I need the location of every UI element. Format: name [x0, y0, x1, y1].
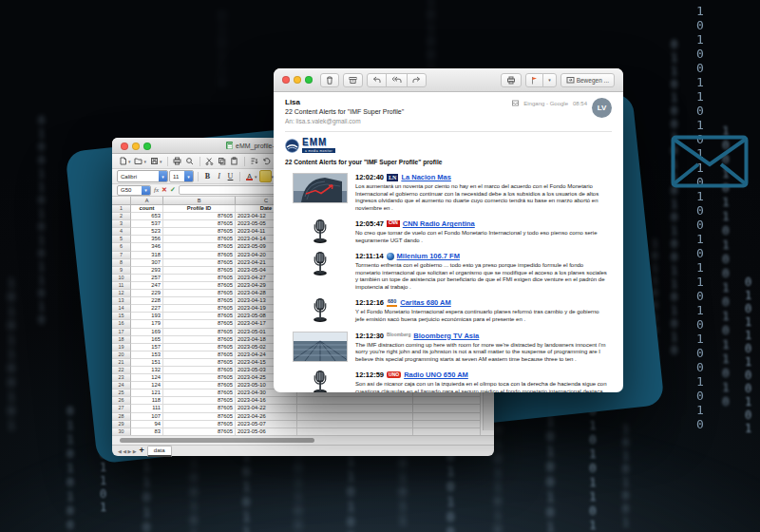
row-header[interactable]: 11	[112, 282, 131, 290]
cell[interactable]: 227	[131, 305, 163, 313]
cell[interactable]: 87605	[163, 252, 236, 259]
cell[interactable]: 87605	[163, 290, 236, 297]
column-header-b[interactable]: B	[163, 197, 236, 205]
cell[interactable]: 87605	[163, 282, 236, 290]
cell[interactable]	[297, 405, 413, 412]
source-link[interactable]: Radio UNO 650 AM	[404, 370, 468, 379]
new-dropdown-icon[interactable]: ▾	[128, 159, 131, 164]
cell[interactable]	[297, 428, 413, 435]
cell[interactable]: 87605	[163, 421, 236, 428]
cell[interactable]: 653	[131, 213, 163, 220]
row-header[interactable]: 25	[112, 390, 131, 397]
row-header[interactable]: 22	[112, 367, 131, 374]
close-button[interactable]	[282, 76, 290, 84]
cell[interactable]: 87605	[163, 243, 236, 251]
cell[interactable]: 87605	[163, 236, 236, 243]
row-header[interactable]: 24	[112, 382, 131, 390]
save-icon[interactable]	[148, 156, 160, 167]
sort-icon[interactable]	[249, 156, 260, 167]
cell[interactable]: 179	[131, 320, 163, 328]
row-header[interactable]: 27	[112, 405, 131, 412]
row-header[interactable]: 21	[112, 359, 131, 367]
horizontal-scrollbar[interactable]	[112, 435, 494, 445]
cell[interactable]	[413, 421, 481, 428]
cell[interactable]: 87605	[163, 413, 236, 421]
cell[interactable]: 87605	[163, 320, 236, 328]
font-color-button[interactable]: A	[244, 171, 255, 181]
cell[interactable]: 157	[131, 344, 163, 352]
row-header[interactable]: 23	[112, 374, 131, 382]
row-header[interactable]: 2	[112, 213, 131, 220]
sheet-nav-arrow[interactable]: ▶	[133, 448, 137, 454]
cell[interactable]: 124	[131, 382, 163, 390]
cell[interactable]: 87605	[163, 352, 236, 359]
print-button[interactable]	[501, 73, 522, 87]
cell[interactable]: 87605	[163, 329, 236, 336]
cell[interactable]: 87605	[163, 275, 236, 282]
close-button[interactable]	[121, 142, 128, 150]
row-header[interactable]: 3	[112, 220, 131, 228]
minimize-button[interactable]	[132, 142, 140, 150]
open-file-icon[interactable]	[133, 156, 144, 167]
row-header[interactable]: 26	[112, 397, 131, 405]
cell[interactable]: 257	[131, 275, 163, 282]
cell[interactable]: count	[131, 205, 163, 213]
add-sheet-button[interactable]: +	[140, 446, 144, 455]
sheet-tab-navigation[interactable]: ◀ ◀ ▶ ▶	[118, 448, 137, 454]
row-header[interactable]: 1	[112, 205, 131, 213]
name-box-dropdown-icon[interactable]: ▾	[142, 186, 150, 195]
cell[interactable]: 87605	[163, 305, 236, 313]
cell[interactable]: 94	[131, 421, 163, 428]
italic-button[interactable]: I	[214, 171, 224, 181]
cell[interactable]	[413, 397, 481, 405]
source-link[interactable]: Caritas 680 AM	[400, 298, 451, 307]
cell[interactable]: 87605	[163, 382, 236, 390]
row-header[interactable]: 13	[112, 297, 131, 305]
row-header[interactable]: 5	[112, 236, 131, 243]
cell[interactable]: 307	[131, 259, 163, 267]
cell-name-box[interactable]: G50 ▾	[117, 185, 151, 196]
cell[interactable]: 87605	[163, 313, 236, 320]
row-header[interactable]: 6	[112, 243, 131, 251]
cell[interactable]: 87605	[163, 344, 236, 352]
source-link[interactable]: CNN Radio Argentina	[403, 219, 475, 228]
cell[interactable]: 523	[131, 228, 163, 236]
cell[interactable]: 2023-05-07	[236, 421, 297, 428]
archive-button[interactable]	[343, 73, 363, 87]
forward-button[interactable]	[407, 73, 427, 87]
cell[interactable]: 83	[131, 428, 163, 435]
row-header[interactable]: 28	[112, 413, 131, 421]
cell[interactable]: 87605	[163, 428, 236, 435]
cell[interactable]: 87605	[163, 267, 236, 275]
cell[interactable]: 193	[131, 313, 163, 320]
cell[interactable]: 165	[131, 336, 163, 344]
font-name-dropdown-icon[interactable]: ▾	[159, 171, 167, 181]
reply-button[interactable]	[367, 73, 387, 87]
cell[interactable]	[297, 413, 413, 421]
cell[interactable]	[413, 405, 481, 412]
row-header[interactable]: 12	[112, 290, 131, 297]
cell[interactable]	[413, 428, 481, 435]
source-link[interactable]: La Nacion Mas	[401, 173, 451, 181]
row-header[interactable]: 15	[112, 313, 131, 320]
cell[interactable]: 87605	[163, 213, 236, 220]
cell[interactable]: 293	[131, 267, 163, 275]
source-link[interactable]: Bloomberg TV Asia	[413, 332, 479, 340]
row-header[interactable]: 10	[112, 275, 131, 282]
cell[interactable]: 169	[131, 329, 163, 336]
cell[interactable]: 247	[131, 282, 163, 290]
cell[interactable]: 87605	[163, 405, 236, 412]
cell[interactable]	[297, 397, 413, 405]
print-icon[interactable]	[172, 156, 183, 167]
cell[interactable]: 87605	[163, 397, 236, 405]
cell[interactable]	[297, 421, 413, 428]
cell[interactable]: 87605	[163, 259, 236, 267]
corner-select-all[interactable]	[112, 197, 131, 205]
cell[interactable]: 87605	[163, 228, 236, 236]
delete-button[interactable]	[320, 73, 339, 87]
new-document-icon[interactable]	[117, 156, 128, 167]
zoom-button[interactable]	[305, 76, 313, 84]
cell[interactable]: 87605	[163, 336, 236, 344]
cell[interactable]: 87605	[163, 374, 236, 382]
column-header-a[interactable]: A	[131, 197, 163, 205]
